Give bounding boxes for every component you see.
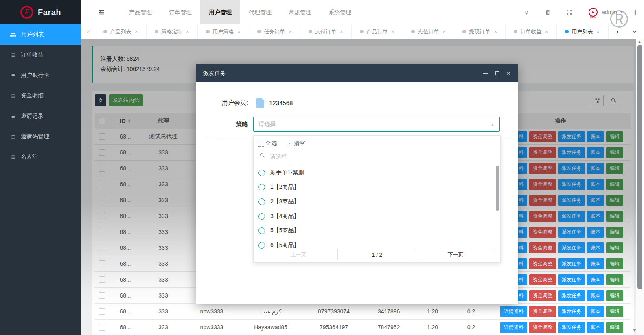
strategy-select[interactable]: 请选择 ▲ — [253, 117, 500, 132]
sort-icon[interactable]: ▲▼ — [128, 119, 131, 123]
scroll-up-icon[interactable]: ▲ — [637, 40, 642, 44]
action-button[interactable]: 详情资料 — [500, 322, 527, 333]
tab[interactable]: 产品订单× — [352, 24, 403, 39]
edit-button[interactable]: 编辑 — [606, 322, 623, 333]
columns-toggle-button[interactable] — [591, 95, 604, 106]
action-button[interactable]: 资金调整 — [529, 242, 556, 253]
refresh-table-button[interactable] — [95, 94, 106, 106]
action-button[interactable]: 派发任务 — [558, 227, 585, 238]
action-button[interactable]: 派发任务 — [558, 306, 585, 317]
row-checkbox[interactable] — [99, 213, 105, 219]
tab[interactable]: 订单收益× — [506, 24, 557, 39]
dropdown-option[interactable]: 1【2商品】 — [254, 180, 500, 195]
row-checkbox[interactable] — [99, 181, 105, 187]
dropdown-option[interactable]: 2【3商品】 — [254, 194, 500, 209]
radio-icon[interactable] — [258, 227, 265, 234]
row-checkbox[interactable] — [99, 292, 105, 299]
action-button[interactable]: 派发任务 — [558, 211, 585, 222]
action-button[interactable]: 资金调整 — [529, 306, 556, 317]
username-label[interactable]: admin — [602, 9, 617, 15]
action-button[interactable]: 账本 — [587, 195, 604, 206]
sidebar-item[interactable]: 名人堂 — [0, 147, 81, 167]
action-button[interactable]: 派发任务 — [558, 274, 585, 285]
chevron-down-icon[interactable]: ▼ — [620, 10, 623, 14]
maximize-icon[interactable] — [495, 71, 499, 75]
tab[interactable]: 产品列表× — [95, 24, 147, 39]
action-button[interactable]: 资金调整 — [529, 179, 556, 190]
dropdown-option[interactable]: 新手单1-禁删 — [254, 165, 500, 180]
edit-button[interactable]: 编辑 — [606, 258, 623, 269]
scroll-down-icon[interactable]: ▼ — [632, 327, 637, 333]
close-icon[interactable]: × — [506, 70, 510, 77]
row-checkbox[interactable] — [99, 324, 105, 331]
action-button[interactable]: 派发任务 — [558, 290, 585, 301]
row-checkbox[interactable] — [99, 260, 105, 267]
edit-button[interactable]: 编辑 — [606, 211, 623, 222]
tab-close-icon[interactable]: × — [596, 29, 600, 35]
edit-button[interactable]: 编辑 — [606, 179, 623, 190]
action-button[interactable]: 资金调整 — [529, 258, 556, 269]
tab[interactable]: 任务订单× — [249, 24, 300, 39]
tab[interactable]: 充值订单× — [403, 24, 454, 39]
tabs-menu-icon[interactable]: › — [626, 24, 644, 39]
dropdown-option[interactable]: 6【5商品】 — [254, 238, 500, 249]
tab-close-icon[interactable]: × — [391, 29, 394, 35]
tab[interactable]: 用户策略× — [198, 24, 249, 39]
table-search-button[interactable] — [607, 95, 620, 106]
action-button[interactable]: 账本 — [587, 179, 604, 190]
edit-button[interactable]: 编辑 — [606, 290, 623, 301]
tab-close-icon[interactable]: × — [340, 29, 343, 35]
tab[interactable]: 用户列表× — [557, 24, 608, 39]
dropdown-scrollbar-thumb[interactable] — [496, 166, 499, 211]
action-button[interactable]: 资金调整 — [529, 163, 556, 174]
action-button[interactable]: 详情资料 — [500, 306, 527, 317]
clear-button[interactable]: × 清空 — [287, 140, 305, 147]
radio-icon[interactable] — [258, 198, 265, 205]
nav-item[interactable]: 用户管理 — [200, 0, 240, 24]
action-button[interactable]: 资金调整 — [529, 147, 556, 158]
tab-close-icon[interactable]: × — [289, 29, 292, 35]
scrollbar-thumb[interactable] — [637, 45, 642, 289]
action-button[interactable]: 账本 — [587, 147, 604, 158]
minimize-icon[interactable] — [483, 73, 488, 74]
trash-icon[interactable] — [545, 9, 551, 15]
search-input[interactable] — [269, 153, 482, 160]
row-checkbox[interactable] — [99, 165, 105, 172]
row-checkbox[interactable] — [99, 197, 105, 203]
edit-button[interactable]: 编辑 — [606, 242, 623, 253]
nav-item[interactable]: 订单管理 — [160, 0, 200, 24]
radio-icon[interactable] — [258, 170, 265, 176]
action-button[interactable]: 资金调整 — [529, 290, 556, 301]
edit-button[interactable]: 编辑 — [606, 131, 623, 142]
tab-close-icon[interactable]: × — [135, 29, 138, 35]
action-button[interactable]: 资金调整 — [529, 322, 556, 333]
next-page-button[interactable]: 下一页 — [416, 249, 495, 260]
action-button[interactable]: 派发任务 — [558, 195, 585, 206]
edit-button[interactable]: 编辑 — [606, 163, 623, 174]
row-checkbox[interactable] — [99, 229, 105, 235]
action-button[interactable]: 派发任务 — [558, 131, 585, 142]
nav-item[interactable]: 代理管理 — [240, 0, 280, 24]
nav-item[interactable]: 常规管理 — [280, 0, 320, 24]
action-button[interactable]: 账本 — [587, 242, 604, 253]
action-button[interactable]: 账本 — [587, 322, 604, 333]
row-checkbox[interactable] — [99, 133, 105, 140]
tab-close-icon[interactable]: × — [186, 29, 189, 35]
avatar[interactable]: FFarah — [589, 8, 598, 17]
tab[interactable]: 策略定制× — [147, 24, 198, 39]
refresh-icon[interactable] — [523, 9, 530, 15]
action-button[interactable]: 资金调整 — [529, 227, 556, 238]
sidebar-item[interactable]: 邀请码管理 — [0, 126, 81, 147]
action-button[interactable]: 账本 — [587, 163, 604, 174]
row-checkbox[interactable] — [99, 276, 105, 283]
action-button[interactable]: 账本 — [587, 290, 604, 301]
fullscreen-icon[interactable] — [566, 9, 572, 15]
sidebar-collapse-icon[interactable] — [98, 9, 105, 16]
tab-close-icon[interactable]: × — [494, 29, 497, 35]
tabs-scroll-left-icon[interactable]: ‹ — [81, 24, 95, 39]
radio-icon[interactable] — [258, 184, 265, 190]
tab[interactable]: 支付订单× — [300, 24, 352, 39]
nav-item[interactable]: 产品管理 — [120, 0, 160, 24]
action-button[interactable]: 派发任务 — [558, 179, 585, 190]
action-button[interactable]: 派发任务 — [558, 258, 585, 269]
